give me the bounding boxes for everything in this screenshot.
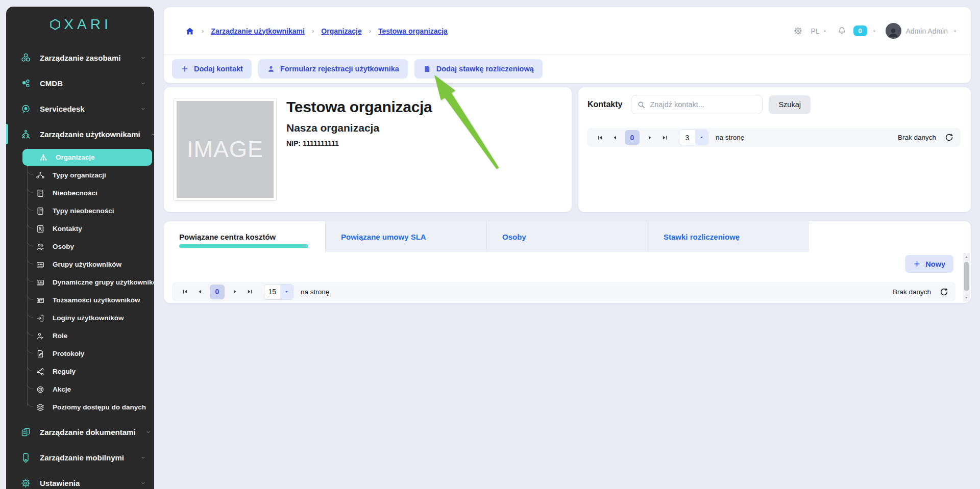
page: XARI Zarządzanie zasobamiCMDBServicedesk… xyxy=(0,0,980,489)
sidebar-item-servicedesk[interactable]: Servicedesk xyxy=(6,96,154,121)
caret-down-icon[interactable] xyxy=(872,29,877,34)
sidebar-subitem-label: Tożsamości użytkowników xyxy=(53,296,140,304)
sidebar-item-zarzadzanie-mobilnymi[interactable]: Zarządzanie mobilnymi xyxy=(6,445,154,470)
search-button[interactable]: Szukaj xyxy=(769,95,811,114)
data-access-icon xyxy=(36,403,45,412)
empty-state-label: Brak danych xyxy=(898,134,936,141)
sidebar-item-zarzadzanie-zasobami[interactable]: Zarządzanie zasobami xyxy=(6,45,154,70)
tab-powiazane-umowy-sla[interactable]: Powiązane umowy SLA xyxy=(325,221,486,252)
tabs-panel: Powiązane centra kosztówPowiązane umowy … xyxy=(164,221,971,303)
breadcrumb-link-zarzadzanie-uzytkownikami[interactable]: Zarządzanie użytkownikami xyxy=(211,27,305,35)
contacts-icon xyxy=(36,224,45,234)
sidebar-subitem-label: Typy nieobecności xyxy=(53,207,114,215)
contact-search-input[interactable] xyxy=(650,100,756,109)
new-button[interactable]: Nowy xyxy=(905,255,953,273)
caret-down-icon[interactable] xyxy=(952,29,958,34)
chevron-down-icon xyxy=(144,428,152,436)
page-size-select[interactable]: 15 xyxy=(264,284,293,300)
sidebar-nav: Zarządzanie zasobamiCMDBServicedeskZarzą… xyxy=(6,45,154,489)
sidebar-subitem-osoby[interactable]: Osoby xyxy=(6,238,154,255)
sidebar-subitem-loginy-uzytkownikow[interactable]: Loginy użytkowników xyxy=(6,309,154,327)
breadcrumb-home[interactable] xyxy=(185,27,194,36)
tree-curve xyxy=(27,274,33,282)
next-page-button[interactable] xyxy=(643,131,656,144)
avatar[interactable] xyxy=(886,23,901,39)
user-groups-icon xyxy=(36,260,45,269)
scroll-down-icon[interactable] xyxy=(964,295,969,300)
last-page-button[interactable] xyxy=(243,286,256,298)
sidebar-subitem-reguly[interactable]: Reguły xyxy=(6,363,154,380)
gear-icon[interactable] xyxy=(793,26,803,36)
hexagon-icon xyxy=(48,18,62,31)
sidebar-item-ustawienia[interactable]: Ustawienia xyxy=(6,470,154,489)
breadcrumb: ›Zarządzanie użytkownikami›Organizacje›T… xyxy=(185,27,448,36)
sidebar-subitem-typy-organizacji[interactable]: Typy organizacji xyxy=(6,166,154,184)
sidebar-item-cmdb[interactable]: CMDB xyxy=(6,70,154,96)
tab-label: Osoby xyxy=(502,233,526,241)
sidebar-subitem-kontakty[interactable]: Kontakty xyxy=(6,220,154,238)
tree-curve xyxy=(27,292,33,300)
sidebar-subitem-label: Akcje xyxy=(53,385,71,393)
contact-search xyxy=(631,95,763,114)
image-placeholder-label: IMAGE xyxy=(187,136,263,163)
sidebar-subitem-label: Protokoły xyxy=(53,350,84,357)
sidebar-subitem-label: Reguły xyxy=(53,368,76,375)
next-page-button[interactable] xyxy=(228,286,241,298)
user-icon xyxy=(267,65,275,73)
sidebar-subitem-grupy-uzytkownikow[interactable]: Grupy użytkowników xyxy=(6,255,154,273)
current-page-button[interactable]: 0 xyxy=(210,285,225,299)
language-selector[interactable]: PL xyxy=(811,27,827,35)
sidebar-item-label: CMDB xyxy=(40,79,63,88)
sidebar-subitem-nieobecnosci[interactable]: Nieobecności xyxy=(6,184,154,202)
organization-types-icon xyxy=(36,171,45,180)
prev-page-button[interactable] xyxy=(193,286,206,298)
search-icon xyxy=(637,100,646,109)
tabs: Powiązane centra kosztówPowiązane umowy … xyxy=(164,221,971,252)
formularz-rejestracji-uzytkownika-button[interactable]: Formularz rejestracji użytkownika xyxy=(258,59,408,79)
assets-icon xyxy=(20,53,31,63)
user-name: Admin Admin xyxy=(906,27,948,35)
dodaj-kontakt-button[interactable]: Dodaj kontakt xyxy=(172,59,252,79)
page-size-select[interactable]: 3 xyxy=(679,130,708,145)
user-logins-icon xyxy=(36,314,45,323)
sidebar-subitem-label: Kontakty xyxy=(53,225,82,233)
scroll-up-icon[interactable] xyxy=(964,255,969,260)
last-page-button[interactable] xyxy=(658,131,671,144)
scrollbar-thumb[interactable] xyxy=(964,262,969,291)
current-page-button[interactable]: 0 xyxy=(625,130,640,145)
protocols-icon xyxy=(36,349,45,358)
people-icon xyxy=(36,242,45,251)
organization-nip: NIP: 1111111111 xyxy=(286,139,432,147)
sidebar-subitem-typy-nieobecnosci[interactable]: Typy nieobecności xyxy=(6,202,154,220)
empty-state-label: Brak danych xyxy=(893,288,931,296)
sidebar-subitem-role[interactable]: Role xyxy=(6,327,154,345)
tab-stawki-rozliczeniowe[interactable]: Stawki rozliczeniowę xyxy=(648,221,809,252)
prev-page-button[interactable] xyxy=(608,131,621,144)
tab-powiazane-centra-kosztow[interactable]: Powiązane centra kosztów xyxy=(164,221,325,252)
sidebar-subitem-organizacje[interactable]: Organizacje xyxy=(6,148,154,166)
refresh-button[interactable] xyxy=(939,287,949,297)
sidebar-item-label: Ustawienia xyxy=(40,479,80,487)
breadcrumb-link-testowa-organizacja[interactable]: Testowa organizacja xyxy=(378,27,448,35)
caret-down-icon xyxy=(695,130,708,145)
sidebar-subitem-tozsamosci-uzytkownikow[interactable]: Tożsamości użytkowników xyxy=(6,291,154,309)
tab-osoby[interactable]: Osoby xyxy=(486,221,648,252)
documents-icon xyxy=(20,427,31,437)
sidebar-item-zarzadzanie-dokumentami[interactable]: Zarządzanie dokumentami xyxy=(6,419,154,445)
sidebar-subitem-dynamiczne-grupy-uzytkownikow[interactable]: Dynamiczne grupy użytkowników xyxy=(6,273,154,291)
avatar-person-icon xyxy=(887,25,900,39)
bell-icon[interactable] xyxy=(837,26,847,36)
first-page-button[interactable] xyxy=(594,131,606,144)
refresh-button[interactable] xyxy=(944,133,954,142)
breadcrumb-link-organizacje[interactable]: Organizacje xyxy=(321,27,361,35)
dodaj-stawke-rozliczeniowa-button[interactable]: Dodaj stawkę rozliczeniową xyxy=(414,59,543,79)
sidebar-subitem-poziomy-dostepu-do-danych[interactable]: Poziomy dostępu do danych xyxy=(6,398,154,416)
sidebar-subitem-protokoly[interactable]: Protokoły xyxy=(6,345,154,363)
first-page-button[interactable] xyxy=(179,286,191,298)
caret-down-icon xyxy=(822,29,827,34)
chevron-down-icon xyxy=(139,105,147,113)
tree-curve xyxy=(27,381,33,389)
sidebar-item-zarzadzanie-uzytkownikami[interactable]: Zarządzanie użytkownikami xyxy=(6,121,154,147)
sidebar-subitem-akcje[interactable]: Akcje xyxy=(6,380,154,398)
sidebar-item-label: Zarządzanie zasobami xyxy=(40,54,120,62)
